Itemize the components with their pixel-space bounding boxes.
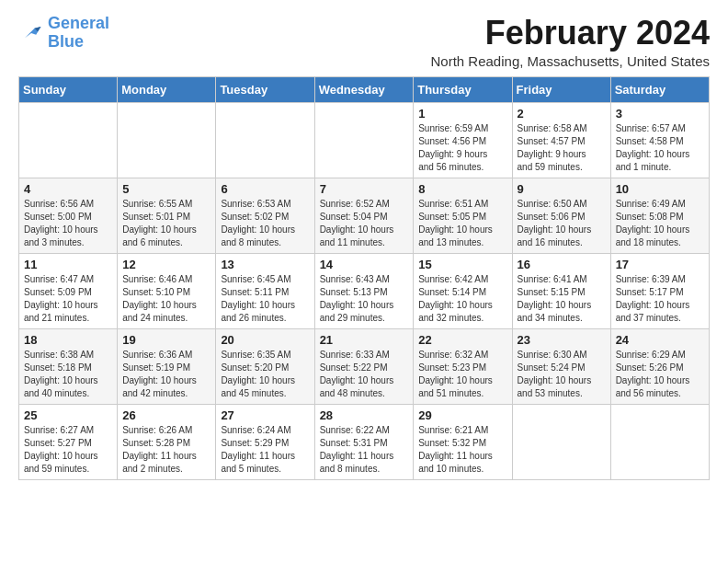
day-number: 18 (24, 333, 112, 347)
day-number: 29 (418, 408, 506, 422)
calendar-cell: 28Sunrise: 6:22 AM Sunset: 5:31 PM Dayli… (314, 404, 414, 479)
calendar-cell: 8Sunrise: 6:51 AM Sunset: 5:05 PM Daylig… (414, 178, 512, 253)
day-info: Sunrise: 6:45 AM Sunset: 5:11 PM Dayligh… (221, 273, 309, 325)
calendar-cell (19, 102, 118, 178)
calendar-cell: 9Sunrise: 6:50 AM Sunset: 5:06 PM Daylig… (512, 178, 610, 253)
day-number: 10 (616, 182, 704, 196)
calendar-cell: 26Sunrise: 6:26 AM Sunset: 5:28 PM Dayli… (118, 404, 216, 479)
day-number: 14 (320, 258, 409, 271)
day-number: 8 (418, 182, 506, 196)
calendar-week-row: 18Sunrise: 6:38 AM Sunset: 5:18 PM Dayli… (19, 328, 710, 404)
day-info: Sunrise: 6:36 AM Sunset: 5:19 PM Dayligh… (122, 349, 210, 400)
day-number: 7 (320, 182, 409, 196)
day-number: 23 (518, 333, 606, 347)
title-block: February 2024 North Reading, Massachuset… (431, 15, 711, 69)
day-info: Sunrise: 6:49 AM Sunset: 5:08 PM Dayligh… (616, 198, 704, 249)
calendar-cell: 15Sunrise: 6:42 AM Sunset: 5:14 PM Dayli… (414, 253, 512, 328)
day-info: Sunrise: 6:51 AM Sunset: 5:05 PM Dayligh… (418, 198, 506, 249)
calendar-header-friday: Friday (512, 76, 610, 102)
day-info: Sunrise: 6:39 AM Sunset: 5:17 PM Dayligh… (616, 273, 704, 325)
calendar-cell: 27Sunrise: 6:24 AM Sunset: 5:29 PM Dayli… (216, 404, 314, 479)
day-number: 5 (122, 182, 210, 196)
calendar-week-row: 25Sunrise: 6:27 AM Sunset: 5:27 PM Dayli… (19, 404, 710, 479)
day-number: 21 (320, 333, 409, 347)
location: North Reading, Massachusetts, United Sta… (431, 53, 711, 69)
calendar-header-row: SundayMondayTuesdayWednesdayThursdayFrid… (19, 76, 710, 102)
calendar-header-saturday: Saturday (610, 76, 709, 102)
calendar-cell: 24Sunrise: 6:29 AM Sunset: 5:26 PM Dayli… (610, 328, 709, 404)
calendar-cell: 1Sunrise: 6:59 AM Sunset: 4:56 PM Daylig… (414, 102, 512, 178)
day-number: 13 (221, 258, 309, 271)
day-number: 25 (24, 408, 112, 422)
day-number: 20 (221, 333, 309, 347)
day-number: 12 (122, 258, 210, 271)
calendar-cell: 21Sunrise: 6:33 AM Sunset: 5:22 PM Dayli… (314, 328, 414, 404)
day-number: 26 (122, 408, 210, 422)
calendar-cell (512, 404, 610, 479)
day-info: Sunrise: 6:38 AM Sunset: 5:18 PM Dayligh… (24, 349, 112, 400)
day-info: Sunrise: 6:35 AM Sunset: 5:20 PM Dayligh… (221, 349, 309, 400)
calendar-cell (118, 102, 216, 178)
calendar-cell (610, 404, 709, 479)
day-info: Sunrise: 6:57 AM Sunset: 4:58 PM Dayligh… (616, 122, 704, 174)
day-number: 6 (221, 182, 309, 196)
calendar-cell: 2Sunrise: 6:58 AM Sunset: 4:57 PM Daylig… (512, 102, 610, 178)
day-info: Sunrise: 6:42 AM Sunset: 5:14 PM Dayligh… (418, 273, 506, 325)
day-info: Sunrise: 6:52 AM Sunset: 5:04 PM Dayligh… (320, 198, 409, 249)
calendar-cell: 23Sunrise: 6:30 AM Sunset: 5:24 PM Dayli… (512, 328, 610, 404)
calendar-cell: 10Sunrise: 6:49 AM Sunset: 5:08 PM Dayli… (610, 178, 709, 253)
day-number: 22 (418, 333, 506, 347)
calendar-header-sunday: Sunday (19, 76, 118, 102)
logo-text: General Blue (48, 15, 109, 52)
calendar-cell: 12Sunrise: 6:46 AM Sunset: 5:10 PM Dayli… (118, 253, 216, 328)
logo-icon (18, 20, 44, 46)
calendar-header-monday: Monday (118, 76, 216, 102)
day-info: Sunrise: 6:30 AM Sunset: 5:24 PM Dayligh… (518, 349, 606, 400)
calendar-cell: 16Sunrise: 6:41 AM Sunset: 5:15 PM Dayli… (512, 253, 610, 328)
calendar-header-wednesday: Wednesday (314, 76, 414, 102)
day-number: 3 (616, 107, 704, 121)
day-info: Sunrise: 6:24 AM Sunset: 5:29 PM Dayligh… (221, 424, 309, 476)
calendar-cell: 19Sunrise: 6:36 AM Sunset: 5:19 PM Dayli… (118, 328, 216, 404)
day-number: 27 (221, 408, 309, 422)
calendar-week-row: 4Sunrise: 6:56 AM Sunset: 5:00 PM Daylig… (19, 178, 710, 253)
day-number: 11 (24, 258, 112, 271)
day-info: Sunrise: 6:27 AM Sunset: 5:27 PM Dayligh… (24, 424, 112, 476)
calendar-cell: 25Sunrise: 6:27 AM Sunset: 5:27 PM Dayli… (19, 404, 118, 479)
day-info: Sunrise: 6:43 AM Sunset: 5:13 PM Dayligh… (320, 273, 409, 325)
calendar-cell (314, 102, 414, 178)
calendar-week-row: 11Sunrise: 6:47 AM Sunset: 5:09 PM Dayli… (19, 253, 710, 328)
calendar-cell: 11Sunrise: 6:47 AM Sunset: 5:09 PM Dayli… (19, 253, 118, 328)
logo: General Blue (18, 15, 109, 52)
calendar-header-thursday: Thursday (414, 76, 512, 102)
day-info: Sunrise: 6:55 AM Sunset: 5:01 PM Dayligh… (122, 198, 210, 249)
calendar-cell: 20Sunrise: 6:35 AM Sunset: 5:20 PM Dayli… (216, 328, 314, 404)
calendar-cell: 14Sunrise: 6:43 AM Sunset: 5:13 PM Dayli… (314, 253, 414, 328)
day-info: Sunrise: 6:47 AM Sunset: 5:09 PM Dayligh… (24, 273, 112, 325)
day-info: Sunrise: 6:53 AM Sunset: 5:02 PM Dayligh… (221, 198, 309, 249)
day-number: 28 (320, 408, 409, 422)
day-info: Sunrise: 6:32 AM Sunset: 5:23 PM Dayligh… (418, 349, 506, 400)
calendar-cell (216, 102, 314, 178)
calendar-cell: 6Sunrise: 6:53 AM Sunset: 5:02 PM Daylig… (216, 178, 314, 253)
day-number: 17 (616, 258, 704, 271)
day-info: Sunrise: 6:29 AM Sunset: 5:26 PM Dayligh… (616, 349, 704, 400)
day-number: 16 (518, 258, 606, 271)
day-info: Sunrise: 6:41 AM Sunset: 5:15 PM Dayligh… (518, 273, 606, 325)
month-title: February 2024 (431, 15, 711, 52)
day-number: 9 (518, 182, 606, 196)
calendar-cell: 7Sunrise: 6:52 AM Sunset: 5:04 PM Daylig… (314, 178, 414, 253)
calendar-cell: 22Sunrise: 6:32 AM Sunset: 5:23 PM Dayli… (414, 328, 512, 404)
calendar-cell: 4Sunrise: 6:56 AM Sunset: 5:00 PM Daylig… (19, 178, 118, 253)
day-info: Sunrise: 6:22 AM Sunset: 5:31 PM Dayligh… (320, 424, 409, 476)
day-number: 24 (616, 333, 704, 347)
calendar-cell: 13Sunrise: 6:45 AM Sunset: 5:11 PM Dayli… (216, 253, 314, 328)
calendar-cell: 3Sunrise: 6:57 AM Sunset: 4:58 PM Daylig… (610, 102, 709, 178)
calendar-header-tuesday: Tuesday (216, 76, 314, 102)
day-number: 19 (122, 333, 210, 347)
day-number: 1 (418, 107, 506, 121)
calendar-cell: 18Sunrise: 6:38 AM Sunset: 5:18 PM Dayli… (19, 328, 118, 404)
day-info: Sunrise: 6:59 AM Sunset: 4:56 PM Dayligh… (418, 122, 506, 174)
day-info: Sunrise: 6:56 AM Sunset: 5:00 PM Dayligh… (24, 198, 112, 249)
calendar-cell: 29Sunrise: 6:21 AM Sunset: 5:32 PM Dayli… (414, 404, 512, 479)
